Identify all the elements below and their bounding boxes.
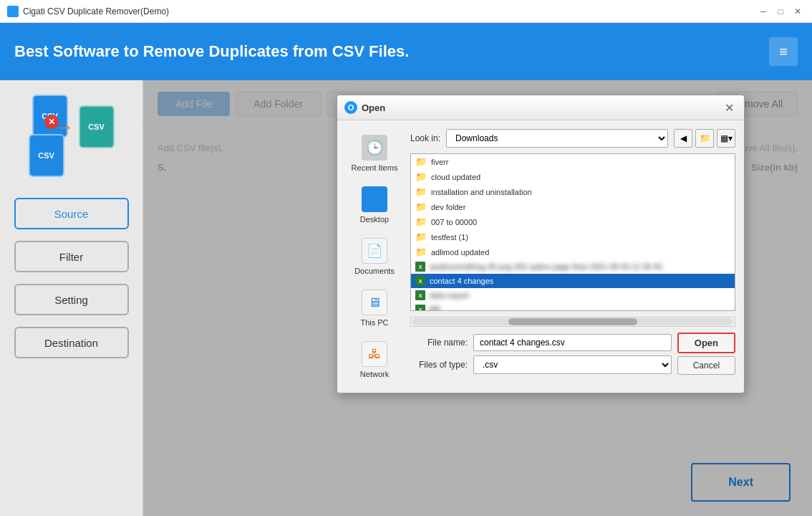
documents-label: Documents: [354, 267, 395, 275]
file-item-name: fffff: [430, 305, 440, 311]
dialog-nav-network[interactable]: 🖧 Network: [346, 335, 403, 384]
dialog-nav-documents[interactable]: 📄 Documents: [346, 232, 403, 281]
destination-button[interactable]: Destination: [14, 327, 129, 358]
recent-icon: 🕒: [362, 135, 387, 161]
filetype-row: Files of type: .csv: [410, 355, 672, 374]
dialog-titlebar: O Open ✕: [337, 95, 744, 120]
network-label: Network: [360, 370, 389, 378]
file-item-name: contact 4 changes: [430, 277, 493, 285]
file-item-name: installation and uninstallation: [431, 188, 532, 196]
thispc-icon: 🖥: [362, 290, 387, 315]
file-list-item[interactable]: 📁adlimod updated: [411, 244, 735, 259]
file-item-name: cloud updated: [431, 173, 480, 181]
content-area: Add File Add Folder Remove Remove All Ad…: [143, 80, 812, 516]
csv-icons-container: CSV CSV ✕ → CSV: [29, 95, 115, 181]
dialog-body: 🕒 Recent Items Desktop 📄 Documents: [337, 120, 744, 393]
title-bar-controls: ─ □ ✕: [756, 4, 805, 19]
filetype-label: Files of type:: [410, 360, 468, 370]
xlsx-icon: X: [415, 290, 425, 300]
filetype-select[interactable]: .csv: [473, 355, 672, 374]
filename-inputs: File name: Files of type: .csv: [410, 334, 672, 374]
network-icon: 🖧: [362, 341, 387, 367]
dialog-nav: 🕒 Recent Items Desktop 📄 Documents: [346, 129, 403, 384]
filename-row: File name:: [410, 334, 672, 351]
lookin-tools: ◀ 📁 ▦▾: [674, 129, 735, 148]
file-list-item[interactable]: 📁cloud updated: [411, 169, 735, 184]
dialog-nav-thispc[interactable]: 🖥 This PC: [346, 284, 403, 333]
lookin-label: Look in:: [410, 133, 440, 143]
maximize-button[interactable]: □: [773, 4, 788, 19]
file-list-item[interactable]: Xfffff: [411, 302, 735, 311]
dialog-overlay: O Open ✕ 🕒 Recent Items: [143, 80, 812, 516]
app-title: Cigati CSV Duplicate Remover(Demo): [23, 6, 169, 16]
source-button[interactable]: Source: [14, 198, 129, 229]
file-item-name: 007 to 00000: [431, 218, 477, 226]
file-list-item[interactable]: 📁fiverr: [411, 154, 735, 169]
file-list-item[interactable]: 📁installation and uninstallation: [411, 184, 735, 199]
open-dialog: O Open ✕ 🕒 Recent Items: [337, 95, 745, 393]
app-headline: Best Software to Remove Duplicates from …: [14, 42, 409, 61]
lookin-select-wrapper: Downloads: [446, 129, 668, 148]
desktop-icon: [362, 186, 387, 212]
file-item-name: testfest (1): [431, 233, 468, 242]
cancel-button[interactable]: Cancel: [677, 356, 735, 375]
dialog-title: Open: [362, 102, 385, 113]
dialog-title-left: O Open: [344, 101, 385, 114]
menu-button[interactable]: ≡: [769, 37, 798, 66]
file-item-name: data export: [430, 291, 469, 300]
thispc-label: This PC: [360, 318, 388, 327]
file-list[interactable]: 📁fiverr📁cloud updated📁installation and u…: [410, 153, 735, 311]
app-header: Best Software to Remove Duplicates from …: [0, 23, 812, 80]
file-item-name: fiverr: [431, 158, 448, 166]
filename-section: File name: Files of type: .csv: [410, 333, 735, 375]
file-list-item[interactable]: Xdata export: [411, 288, 735, 302]
dialog-nav-recent[interactable]: 🕒 Recent Items: [346, 129, 403, 178]
filename-input[interactable]: [473, 334, 672, 351]
open-button[interactable]: Open: [677, 333, 735, 353]
file-list-item[interactable]: Xcontact 4 changes: [411, 274, 735, 288]
file-item-name: dev folder: [431, 203, 465, 211]
close-button[interactable]: ✕: [791, 4, 805, 19]
csv-icon-2: CSV: [29, 134, 64, 177]
xlsx-icon: X: [415, 305, 425, 311]
title-bar-left: Cigati CSV Duplicate Remover(Demo): [7, 6, 169, 17]
nav-up-button[interactable]: 📁: [695, 129, 714, 148]
xlsx-icon: X: [415, 262, 425, 272]
desktop-label: Desktop: [360, 215, 389, 224]
dialog-close-button[interactable]: ✕: [721, 100, 737, 115]
folder-icon: 📁: [415, 171, 427, 182]
filter-button[interactable]: Filter: [14, 241, 129, 272]
recent-label: Recent Items: [352, 163, 398, 172]
lookin-row: Look in: Downloads ◀ 📁 ▦▾: [410, 129, 735, 148]
folder-icon: 📁: [415, 186, 427, 197]
action-col: Open Cancel: [677, 333, 735, 375]
file-list-item[interactable]: 📁dev folder: [411, 199, 735, 214]
hscroll-track: [412, 318, 733, 325]
setting-button[interactable]: Setting: [14, 284, 129, 315]
file-list-item[interactable]: 📁007 to 00000: [411, 214, 735, 229]
dialog-app-icon: O: [344, 101, 357, 114]
app-icon: [7, 6, 19, 17]
sidebar-illustration: CSV CSV ✕ → CSV: [29, 95, 115, 181]
xlsx-icon: X: [415, 276, 425, 286]
documents-icon: 📄: [362, 238, 387, 264]
dialog-nav-desktop[interactable]: Desktop: [346, 181, 403, 229]
dialog-filebrowser: Look in: Downloads ◀ 📁 ▦▾: [410, 129, 735, 384]
sidebar: CSV CSV ✕ → CSV Source Filter Setting De…: [0, 80, 143, 516]
folder-icon: 📁: [415, 156, 427, 167]
nav-back-button[interactable]: ◀: [674, 129, 692, 148]
folder-icon: 📁: [415, 201, 427, 212]
nav-options-button[interactable]: ▦▾: [717, 129, 735, 148]
folder-icon: 📁: [415, 247, 427, 257]
title-bar: Cigati CSV Duplicate Remover(Demo) ─ □ ✕: [0, 0, 812, 23]
file-list-item[interactable]: Xaudiosomething 40 png 202 option page t…: [411, 259, 735, 274]
main-layout: CSV CSV ✕ → CSV Source Filter Setting De…: [0, 80, 812, 516]
lookin-select[interactable]: Downloads: [446, 129, 668, 148]
minimize-button[interactable]: ─: [756, 4, 770, 19]
file-list-item[interactable]: 📁testfest (1): [411, 229, 735, 244]
csv-icon-3: CSV: [79, 105, 115, 148]
folder-icon: 📁: [415, 231, 427, 242]
hscroll-area[interactable]: [410, 317, 735, 327]
filename-label: File name:: [410, 338, 468, 348]
filetype-select-wrapper: .csv: [473, 355, 672, 374]
